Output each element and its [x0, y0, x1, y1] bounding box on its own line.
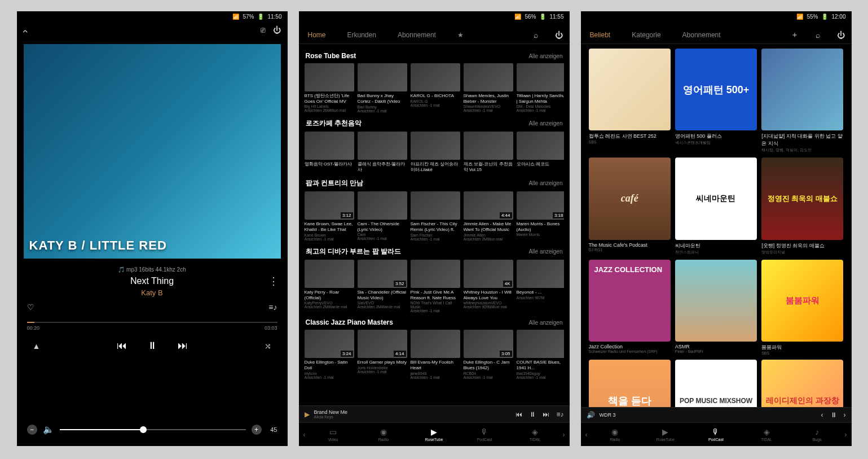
shuffle-icon[interactable]: ⤭	[265, 342, 271, 351]
collapse-icon[interactable]: ‹	[19, 30, 31, 33]
mini-play-icon[interactable]: ▶	[305, 410, 310, 418]
tab-subscription[interactable]: Abonnement	[395, 27, 438, 43]
tab-favorites[interactable]: ★	[455, 27, 466, 43]
favorite-icon[interactable]: ♡	[27, 303, 34, 312]
power-icon[interactable]: ⏻	[555, 30, 563, 40]
add-icon[interactable]: ＋	[791, 30, 799, 40]
mini-prev-icon[interactable]: ⏮	[515, 410, 522, 418]
video-tile[interactable]: Beyoncé - ...Ansichten 987M	[517, 260, 564, 313]
video-tile[interactable]: 3:52Sia - Chandelier (Official Music Vid…	[358, 260, 407, 313]
mini-pause-icon[interactable]: ⏸	[529, 410, 536, 418]
video-tile[interactable]: 3:18Maren Morris - Bones (Audio)Maren Mo…	[517, 191, 564, 241]
search-icon[interactable]: ⌕	[816, 30, 820, 40]
podcast-card[interactable]: ASMRPeter - BadPitFr	[675, 260, 757, 355]
tab-home[interactable]: Home	[306, 27, 328, 43]
volume-slider[interactable]	[60, 429, 246, 430]
pause-icon[interactable]: ⏸	[147, 340, 157, 352]
mini-prev-icon[interactable]: ‹	[821, 411, 823, 419]
nav-tidal[interactable]: ◈TIDAL	[741, 427, 792, 441]
nav-radio[interactable]: ◉Radio	[358, 427, 409, 441]
nav-bugs[interactable]: ♪Bugs	[792, 427, 843, 441]
show-all-link[interactable]: Alle anzeigen	[528, 120, 562, 126]
power-icon[interactable]: ⏻	[273, 25, 281, 37]
podcast-card[interactable]: POP MUSIC MIXSHOW	[675, 360, 757, 407]
video-tile[interactable]: KAROL G - BICHOTAKAROL GAnsichten -1 mal	[411, 63, 460, 113]
podcast-card[interactable]: 레이디제인의 과장창	[761, 360, 843, 407]
video-tile[interactable]: Cam - The Otherside (Lyric Video)CamAnsi…	[358, 191, 407, 241]
tab-category[interactable]: Kategorie	[629, 27, 663, 43]
content-area[interactable]: Rose Tube BestAlle anzeigenBTS (방탄소년단) '…	[299, 44, 570, 405]
video-row[interactable]: 3:24Duke Ellington - Satin DollmytoxxAns…	[305, 330, 564, 379]
video-tile[interactable]: P!nk - Just Give Me A Reason ft. Nate Ru…	[411, 260, 460, 313]
nav-prev-icon[interactable]: ‹	[583, 431, 590, 439]
mini-play-icon[interactable]: 🔊	[587, 411, 595, 419]
video-tile[interactable]: Sam Fischer - This City Remix (Lyric Vid…	[411, 191, 460, 241]
mini-queue-icon[interactable]: ≡♪	[556, 410, 563, 418]
nav-rosetube[interactable]: ▶RoseTube	[409, 427, 460, 441]
nav-next-icon[interactable]: ›	[560, 431, 567, 439]
content-area[interactable]: 컬투쇼 레전드 사연 BEST 252SBS영어패턴 500+영어패턴 500 …	[581, 44, 852, 407]
podcast-card[interactable]: 붐붐파워붐붐파워SBS	[761, 260, 843, 355]
cast-icon[interactable]: ⎚	[261, 25, 265, 37]
mini-pause-icon[interactable]: ⏸	[830, 411, 837, 419]
more-icon[interactable]: ⋮	[268, 275, 279, 287]
video-tile[interactable]: 영화음악 OST-멜라카사	[305, 132, 354, 173]
power-icon[interactable]: ⏻	[837, 30, 845, 40]
video-row[interactable]: BTS (방탄소년단) 'Life Goes On' Official MVBi…	[305, 63, 564, 113]
nav-radio[interactable]: ◉Radio	[590, 427, 641, 441]
video-row[interactable]: 3:12Kane Brown, Swae Lee, Khalid - Be Li…	[305, 191, 564, 241]
volume-up-button[interactable]: +	[252, 425, 262, 435]
queue-icon[interactable]: ≡♪	[268, 303, 277, 312]
next-icon[interactable]: ⏭	[178, 340, 188, 352]
video-tile[interactable]: 클래식 음악추천-멜라카사	[358, 132, 407, 173]
podcast-card[interactable]: 씨네마운틴씨네마운틴천연스컴퍼니	[675, 158, 757, 255]
nav-video[interactable]: ▭Video	[308, 427, 359, 441]
video-tile[interactable]: 4:14Erroll Garner plays MistyJoris Holde…	[358, 330, 407, 379]
video-tile[interactable]: Shawn Mendes, Justin Bieber - MonsterSha…	[464, 63, 513, 113]
prev-icon[interactable]: ⏮	[117, 340, 127, 352]
podcast-card[interactable]: 책을 듣다	[589, 360, 671, 407]
video-tile[interactable]: Titliaan | Harrdy Sandhu | Sargun MehtaD…	[517, 63, 564, 113]
podcast-card[interactable]: 정영진 최욱의 매불쇼[웃빵] 정영진 최욱의 매불쇼맛밤오리지널	[761, 158, 843, 255]
tab-subscription[interactable]: Abonnement	[680, 27, 723, 43]
tab-explore[interactable]: Erkunden	[345, 27, 378, 43]
video-tile[interactable]: 3:24Duke Ellington - Satin DollmytoxxAns…	[305, 330, 354, 379]
nav-prev-icon[interactable]: ‹	[301, 431, 308, 439]
video-tile[interactable]: Bill Evans-My Foolish Heartjane8948Ansic…	[411, 330, 460, 379]
podcast-card[interactable]: 영어패턴 500+영어패턴 500 플러스넥서스콘텐츠개발팀	[675, 49, 757, 153]
nav-tidal[interactable]: ◈TIDAL	[510, 427, 561, 441]
video-tile[interactable]: Bad Bunny x Jhay Cortez - Dákiti (Video …	[358, 63, 407, 113]
video-row[interactable]: Katy Perry - Roar (Official)KatyPerryVEV…	[305, 260, 564, 313]
show-all-link[interactable]: Alle anzeigen	[528, 180, 562, 186]
miniplayer[interactable]: 🔊 WDR 3 ‹ ⏸ ›	[581, 407, 852, 422]
video-row[interactable]: 영화음악 OST-멜라카사클래식 음악추천-멜라카사아프리칸 재즈 싱어송라이터…	[305, 132, 564, 173]
search-icon[interactable]: ⌕	[534, 30, 538, 40]
video-tile[interactable]: 재즈 보컬-코난의 추천음악 Vol.15	[464, 132, 513, 173]
podcast-card[interactable]: JAZZ COLLECTIONJazz CollectionSchweizer …	[589, 260, 671, 355]
video-tile[interactable]: Katy Perry - Roar (Official)KatyPerryVEV…	[305, 260, 354, 313]
volume-down-button[interactable]: −	[27, 425, 37, 435]
podcast-card[interactable]: [지대넓얕] 지적 대화를 위한 넓고 얕은 지식채사장, 깡쌤, 덕실이, 김…	[761, 49, 843, 153]
miniplayer[interactable]: ▶ Brand New Me Alicia Keys ⏮ ⏸ ⏭ ≡♪	[299, 405, 570, 422]
nav-podcast[interactable]: 🎙PodCast	[691, 427, 742, 441]
repeat-icon[interactable]: ▲	[33, 342, 41, 351]
podcast-card[interactable]: caféThe Music Cafe's PodcastDJ RG1	[589, 158, 671, 255]
mini-next-icon[interactable]: ›	[844, 411, 846, 419]
video-tile[interactable]: BTS (방탄소년단) 'Life Goes On' Official MVBi…	[305, 63, 354, 113]
video-tile[interactable]: 아프리칸 재즈 싱어송라이터-Lilaké	[411, 132, 460, 173]
video-tile[interactable]: 4KWhitney Houston - I Will Always Love Y…	[464, 260, 513, 313]
video-tile[interactable]: 4:44Jimmie Allen - Make Me Want To (Offi…	[464, 191, 513, 241]
video-tile[interactable]: 3:12Kane Brown, Swae Lee, Khalid - Be Li…	[305, 191, 354, 241]
show-all-link[interactable]: Alle anzeigen	[528, 53, 562, 59]
video-tile[interactable]: 3:05Duke Ellington - C Jam Blues (1942)R…	[464, 330, 513, 379]
mini-next-icon[interactable]: ⏭	[543, 410, 549, 418]
tab-popular[interactable]: Beliebt	[588, 27, 613, 43]
podcast-card[interactable]: 컬투쇼 레전드 사연 BEST 252SBS	[589, 49, 671, 153]
nav-rosetube[interactable]: ▶RoseTube	[640, 427, 691, 441]
nav-next-icon[interactable]: ›	[842, 431, 849, 439]
video-tile[interactable]: COUNT BASIE Blues, 1941 H...that1940sguy…	[517, 330, 564, 379]
progress-bar[interactable]	[27, 322, 277, 323]
show-all-link[interactable]: Alle anzeigen	[528, 320, 562, 326]
nav-podcast[interactable]: 🎙PodCast	[459, 427, 510, 441]
show-all-link[interactable]: Alle anzeigen	[528, 248, 562, 255]
